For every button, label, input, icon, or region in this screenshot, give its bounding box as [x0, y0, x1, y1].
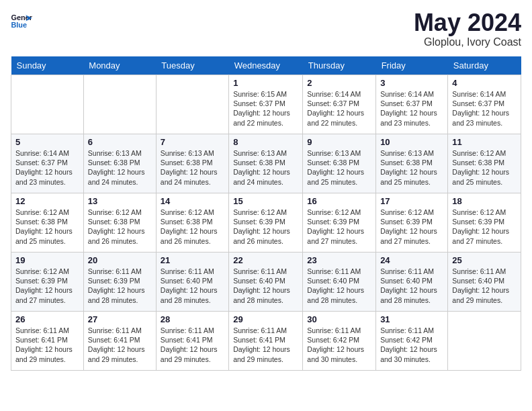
day-number: 3 [380, 78, 443, 88]
calendar-cell: 2Sunrise: 6:14 AMSunset: 6:37 PMDaylight… [303, 75, 376, 134]
day-info: Sunrise: 6:11 AMSunset: 6:41 PMDaylight:… [88, 326, 152, 364]
calendar-header-row: Sunday Monday Tuesday Wednesday Thursday… [11, 56, 521, 75]
day-info: Sunrise: 6:11 AMSunset: 6:42 PMDaylight:… [380, 326, 443, 364]
day-number: 14 [161, 196, 224, 206]
day-info: Sunrise: 6:14 AMSunset: 6:37 PMDaylight:… [15, 148, 79, 187]
day-number: 1 [233, 78, 298, 88]
day-info: Sunrise: 6:11 AMSunset: 6:41 PMDaylight:… [161, 326, 224, 364]
day-info: Sunrise: 6:12 AMSunset: 6:39 PMDaylight:… [380, 208, 443, 246]
day-number: 11 [452, 137, 517, 147]
calendar-cell: 4Sunrise: 6:14 AMSunset: 6:37 PMDaylight… [448, 75, 521, 134]
day-number: 28 [161, 314, 224, 324]
calendar-cell: 12Sunrise: 6:12 AMSunset: 6:38 PMDayligh… [11, 193, 84, 253]
day-info: Sunrise: 6:11 AMSunset: 6:41 PMDaylight:… [233, 326, 298, 364]
calendar-cell: 11Sunrise: 6:12 AMSunset: 6:38 PMDayligh… [448, 134, 521, 193]
day-number: 18 [452, 196, 517, 206]
day-number: 25 [452, 255, 517, 265]
day-info: Sunrise: 6:11 AMSunset: 6:40 PMDaylight:… [307, 267, 371, 305]
day-number: 13 [88, 196, 152, 206]
calendar-cell: 9Sunrise: 6:13 AMSunset: 6:38 PMDaylight… [303, 134, 376, 193]
logo-icon: General Blue [11, 11, 32, 30]
title-section: May 2024 Gloplou, Ivory Coast [414, 11, 521, 48]
day-number: 4 [452, 78, 517, 88]
col-sunday: Sunday [11, 56, 84, 75]
day-number: 12 [15, 196, 79, 206]
day-number: 26 [15, 314, 79, 324]
calendar-cell: 29Sunrise: 6:11 AMSunset: 6:41 PMDayligh… [229, 312, 303, 371]
calendar-cell: 10Sunrise: 6:13 AMSunset: 6:38 PMDayligh… [376, 134, 448, 193]
calendar-cell: 21Sunrise: 6:11 AMSunset: 6:40 PMDayligh… [156, 253, 228, 312]
calendar-cell [448, 312, 521, 371]
col-saturday: Saturday [448, 56, 521, 75]
day-number: 10 [380, 137, 443, 147]
day-info: Sunrise: 6:11 AMSunset: 6:41 PMDaylight:… [15, 326, 79, 364]
calendar-cell: 22Sunrise: 6:11 AMSunset: 6:40 PMDayligh… [229, 253, 303, 312]
day-info: Sunrise: 6:11 AMSunset: 6:40 PMDaylight:… [161, 267, 224, 305]
day-info: Sunrise: 6:11 AMSunset: 6:40 PMDaylight:… [233, 267, 298, 305]
day-info: Sunrise: 6:13 AMSunset: 6:38 PMDaylight:… [88, 148, 152, 187]
day-info: Sunrise: 6:15 AMSunset: 6:37 PMDaylight:… [233, 89, 298, 128]
day-info: Sunrise: 6:12 AMSunset: 6:39 PMDaylight:… [15, 267, 79, 305]
calendar-cell: 15Sunrise: 6:12 AMSunset: 6:39 PMDayligh… [229, 193, 303, 253]
calendar-cell: 20Sunrise: 6:11 AMSunset: 6:39 PMDayligh… [83, 253, 156, 312]
calendar-cell: 28Sunrise: 6:11 AMSunset: 6:41 PMDayligh… [156, 312, 228, 371]
page-header: General Blue May 2024 Gloplou, Ivory Coa… [11, 11, 521, 48]
calendar-week-row: 1Sunrise: 6:15 AMSunset: 6:37 PMDaylight… [11, 75, 521, 134]
day-number: 19 [15, 255, 79, 265]
calendar-cell: 7Sunrise: 6:13 AMSunset: 6:38 PMDaylight… [156, 134, 228, 193]
day-number: 24 [380, 255, 443, 265]
calendar-cell: 19Sunrise: 6:12 AMSunset: 6:39 PMDayligh… [11, 253, 84, 312]
day-number: 7 [161, 137, 224, 147]
day-info: Sunrise: 6:11 AMSunset: 6:40 PMDaylight:… [452, 267, 517, 305]
day-info: Sunrise: 6:11 AMSunset: 6:42 PMDaylight:… [307, 326, 371, 364]
calendar-week-row: 19Sunrise: 6:12 AMSunset: 6:39 PMDayligh… [11, 253, 521, 312]
calendar-cell: 30Sunrise: 6:11 AMSunset: 6:42 PMDayligh… [303, 312, 376, 371]
day-number: 31 [380, 314, 443, 324]
calendar-table: Sunday Monday Tuesday Wednesday Thursday… [11, 56, 521, 371]
day-info: Sunrise: 6:12 AMSunset: 6:38 PMDaylight:… [88, 208, 152, 246]
calendar-cell [156, 75, 228, 134]
col-tuesday: Tuesday [156, 56, 228, 75]
day-number: 27 [88, 314, 152, 324]
day-number: 16 [307, 196, 371, 206]
day-number: 15 [233, 196, 298, 206]
day-info: Sunrise: 6:13 AMSunset: 6:38 PMDaylight:… [161, 148, 224, 187]
calendar-cell: 1Sunrise: 6:15 AMSunset: 6:37 PMDaylight… [229, 75, 303, 134]
calendar-cell: 6Sunrise: 6:13 AMSunset: 6:38 PMDaylight… [83, 134, 156, 193]
calendar-cell: 31Sunrise: 6:11 AMSunset: 6:42 PMDayligh… [376, 312, 448, 371]
day-number: 21 [161, 255, 224, 265]
day-info: Sunrise: 6:14 AMSunset: 6:37 PMDaylight:… [452, 89, 517, 128]
day-info: Sunrise: 6:12 AMSunset: 6:38 PMDaylight:… [452, 148, 517, 187]
day-info: Sunrise: 6:12 AMSunset: 6:38 PMDaylight:… [15, 208, 79, 246]
day-number: 2 [307, 78, 371, 88]
calendar-cell: 3Sunrise: 6:14 AMSunset: 6:37 PMDaylight… [376, 75, 448, 134]
calendar-cell: 23Sunrise: 6:11 AMSunset: 6:40 PMDayligh… [303, 253, 376, 312]
day-info: Sunrise: 6:13 AMSunset: 6:38 PMDaylight:… [233, 148, 298, 187]
day-info: Sunrise: 6:12 AMSunset: 6:38 PMDaylight:… [161, 208, 224, 246]
day-info: Sunrise: 6:12 AMSunset: 6:39 PMDaylight:… [233, 208, 298, 246]
day-info: Sunrise: 6:12 AMSunset: 6:39 PMDaylight:… [307, 208, 371, 246]
calendar-cell: 8Sunrise: 6:13 AMSunset: 6:38 PMDaylight… [229, 134, 303, 193]
calendar-cell: 24Sunrise: 6:11 AMSunset: 6:40 PMDayligh… [376, 253, 448, 312]
day-info: Sunrise: 6:14 AMSunset: 6:37 PMDaylight:… [380, 89, 443, 128]
day-number: 22 [233, 255, 298, 265]
calendar-cell: 18Sunrise: 6:12 AMSunset: 6:39 PMDayligh… [448, 193, 521, 253]
calendar-cell: 16Sunrise: 6:12 AMSunset: 6:39 PMDayligh… [303, 193, 376, 253]
day-number: 8 [233, 137, 298, 147]
calendar-cell: 14Sunrise: 6:12 AMSunset: 6:38 PMDayligh… [156, 193, 228, 253]
day-info: Sunrise: 6:14 AMSunset: 6:37 PMDaylight:… [307, 89, 371, 128]
calendar-cell: 25Sunrise: 6:11 AMSunset: 6:40 PMDayligh… [448, 253, 521, 312]
day-number: 23 [307, 255, 371, 265]
svg-text:Blue: Blue [11, 21, 27, 29]
day-info: Sunrise: 6:11 AMSunset: 6:39 PMDaylight:… [88, 267, 152, 305]
calendar-cell: 17Sunrise: 6:12 AMSunset: 6:39 PMDayligh… [376, 193, 448, 253]
day-number: 9 [307, 137, 371, 147]
col-monday: Monday [83, 56, 156, 75]
calendar-week-row: 5Sunrise: 6:14 AMSunset: 6:37 PMDaylight… [11, 134, 521, 193]
day-number: 5 [15, 137, 79, 147]
calendar-cell: 26Sunrise: 6:11 AMSunset: 6:41 PMDayligh… [11, 312, 84, 371]
day-info: Sunrise: 6:12 AMSunset: 6:39 PMDaylight:… [452, 208, 517, 246]
day-number: 20 [88, 255, 152, 265]
day-info: Sunrise: 6:11 AMSunset: 6:40 PMDaylight:… [380, 267, 443, 305]
location-title: Gloplou, Ivory Coast [414, 36, 521, 48]
